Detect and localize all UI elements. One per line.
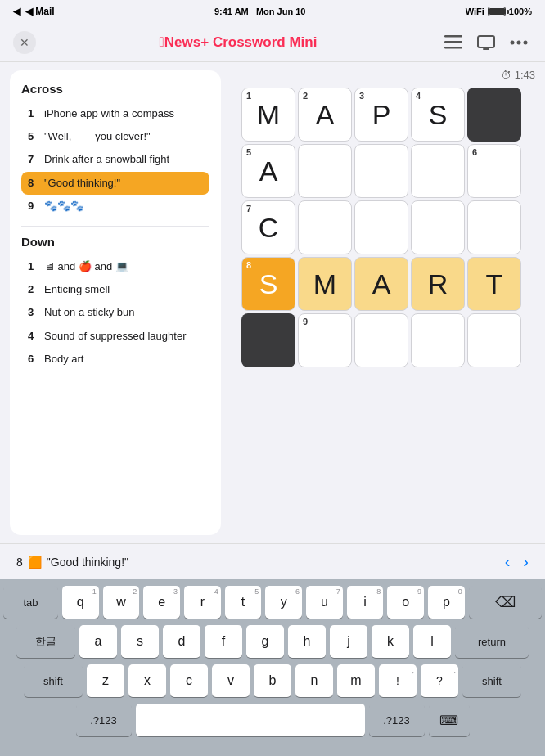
cell-2-2[interactable] — [354, 200, 408, 254]
key-s[interactable]: s — [121, 625, 159, 658]
keyboard: tab 1q 2w 3e 4r 5t 6y 7u 8i 9o 0p ⌫ 한글 a… — [0, 579, 545, 756]
key-r[interactable]: 4r — [184, 586, 221, 619]
symbol-left-key[interactable]: .?123 — [76, 704, 132, 736]
keyboard-row-2: 한글 a s d f g h j k l return — [3, 625, 542, 658]
key-j[interactable]: j — [330, 625, 367, 658]
key-l[interactable]: l — [413, 625, 451, 658]
key-z[interactable]: z — [87, 664, 124, 697]
key-quest[interactable]: .? — [421, 664, 458, 697]
cell-0-0[interactable]: 1 M — [241, 88, 295, 142]
clue-down-4[interactable]: 4 Sound of suppressed laughter — [21, 325, 209, 348]
delete-key[interactable]: ⌫ — [469, 586, 542, 619]
cell-0-3[interactable]: 4 S — [411, 88, 465, 142]
nav-actions — [440, 29, 532, 56]
svg-rect-2 — [444, 47, 462, 49]
cell-2-1[interactable] — [298, 200, 352, 254]
clues-panel: Across 1 iPhone app with a compass 5 "We… — [10, 70, 221, 535]
key-y[interactable]: 6y — [265, 586, 302, 619]
prev-clue-button[interactable]: ‹ — [505, 552, 511, 571]
wifi-icon: WiFi — [466, 7, 484, 16]
news-plus-label: News+ — [160, 34, 209, 50]
battery-icon — [488, 7, 506, 16]
svg-point-6 — [516, 40, 520, 44]
cell-1-1[interactable] — [298, 144, 352, 198]
keyboard-row-3: shift z x c v b n m ,! .? shift — [3, 664, 542, 697]
keyboard-dismiss-key[interactable]: ⌨ — [429, 704, 470, 736]
shift-left-key[interactable]: shift — [24, 664, 83, 697]
clue-across-8[interactable]: 8 "Good thinking!" — [21, 172, 209, 195]
key-x[interactable]: x — [128, 664, 166, 697]
timer-value: 1:43 — [515, 69, 535, 81]
key-d[interactable]: d — [163, 625, 200, 658]
cell-1-3[interactable] — [411, 144, 465, 198]
clue-hint-number: 8 — [16, 556, 23, 569]
key-c[interactable]: c — [170, 664, 208, 697]
key-v[interactable]: v — [212, 664, 250, 697]
key-e[interactable]: 3e — [143, 586, 180, 619]
cell-3-3[interactable]: R — [411, 257, 465, 311]
key-g[interactable]: g — [246, 625, 284, 658]
key-h[interactable]: h — [288, 625, 326, 658]
device-icon[interactable] — [473, 29, 499, 56]
svg-point-7 — [523, 40, 527, 44]
key-o[interactable]: 9o — [387, 586, 424, 619]
cell-2-3[interactable] — [411, 200, 465, 254]
cell-3-2[interactable]: A — [354, 257, 408, 311]
cell-0-1[interactable]: 2 A — [298, 88, 352, 142]
cell-3-4[interactable]: T — [467, 257, 521, 311]
key-f[interactable]: f — [205, 625, 242, 658]
battery-label: 100% — [509, 7, 532, 16]
return-key[interactable]: return — [455, 625, 529, 658]
key-u[interactable]: 7u — [306, 586, 343, 619]
more-icon[interactable] — [506, 29, 532, 56]
nav-bar: ✕ News+ Crossword Mini — [0, 23, 545, 62]
key-a[interactable]: a — [79, 625, 117, 658]
tab-key[interactable]: tab — [3, 586, 58, 619]
key-p[interactable]: 0p — [428, 586, 465, 619]
clue-down-6[interactable]: 6 Body art — [21, 348, 209, 371]
cell-1-4[interactable]: 6 — [467, 144, 521, 198]
key-m[interactable]: m — [337, 664, 375, 697]
cell-4-3[interactable] — [411, 313, 465, 367]
key-w[interactable]: 2w — [103, 586, 140, 619]
clue-down-1[interactable]: 1 🖥 and 🍎 and 💻 — [21, 255, 209, 278]
key-i[interactable]: 8i — [347, 586, 384, 619]
key-b[interactable]: b — [254, 664, 291, 697]
svg-point-5 — [510, 40, 514, 44]
clue-across-1[interactable]: 1 iPhone app with a compass — [21, 102, 209, 125]
main-content: Across 1 iPhone app with a compass 5 "We… — [0, 62, 545, 543]
cell-0-2[interactable]: 3 P — [354, 88, 408, 142]
key-k[interactable]: k — [372, 625, 409, 658]
next-clue-button[interactable]: › — [523, 552, 529, 571]
shift-right-key[interactable]: shift — [462, 664, 521, 697]
back-arrow: ◀ — [13, 6, 20, 17]
cell-4-1[interactable]: 9 — [298, 313, 352, 367]
keyboard-row-4: .?123 .?123 ⌨ — [3, 704, 542, 736]
cell-1-0[interactable]: 5 A — [241, 144, 295, 198]
list-icon[interactable] — [440, 29, 466, 56]
space-bar[interactable] — [136, 704, 365, 736]
clue-across-5[interactable]: 5 "Well, ___ you clever!" — [21, 125, 209, 148]
cell-3-1[interactable]: M — [298, 257, 352, 311]
key-t[interactable]: 5t — [225, 586, 262, 619]
clue-across-7[interactable]: 7 Drink after a snowball fight — [21, 148, 209, 171]
cell-3-0[interactable]: 8 S — [241, 257, 295, 311]
key-q[interactable]: 1q — [62, 586, 99, 619]
clue-down-3[interactable]: 3 Nut on a sticky bun — [21, 301, 209, 324]
keyboard-row-1: tab 1q 2w 3e 4r 5t 6y 7u 8i 9o 0p ⌫ — [3, 586, 542, 619]
cell-1-2[interactable] — [354, 144, 408, 198]
kor-key[interactable]: 한글 — [16, 625, 75, 658]
cell-2-0[interactable]: 7 C — [241, 200, 295, 254]
clue-hint-bar: 8 🟧 "Good thinking!" ‹ › — [0, 543, 545, 579]
key-n[interactable]: n — [295, 664, 333, 697]
crossword-grid[interactable]: 1 M 2 A 3 P 4 S 5 A — [241, 88, 521, 367]
cell-4-2[interactable] — [354, 313, 408, 367]
symbol-right-key[interactable]: .?123 — [369, 704, 425, 736]
clue-down-2[interactable]: 2 Enticing smell — [21, 278, 209, 301]
key-excl[interactable]: ,! — [379, 664, 417, 697]
cell-4-4[interactable] — [467, 313, 521, 367]
close-button[interactable]: ✕ — [13, 31, 36, 54]
status-right: WiFi 100% — [466, 7, 532, 16]
cell-2-4[interactable] — [467, 200, 521, 254]
clue-across-9[interactable]: 9 🐾🐾🐾 — [21, 195, 209, 218]
